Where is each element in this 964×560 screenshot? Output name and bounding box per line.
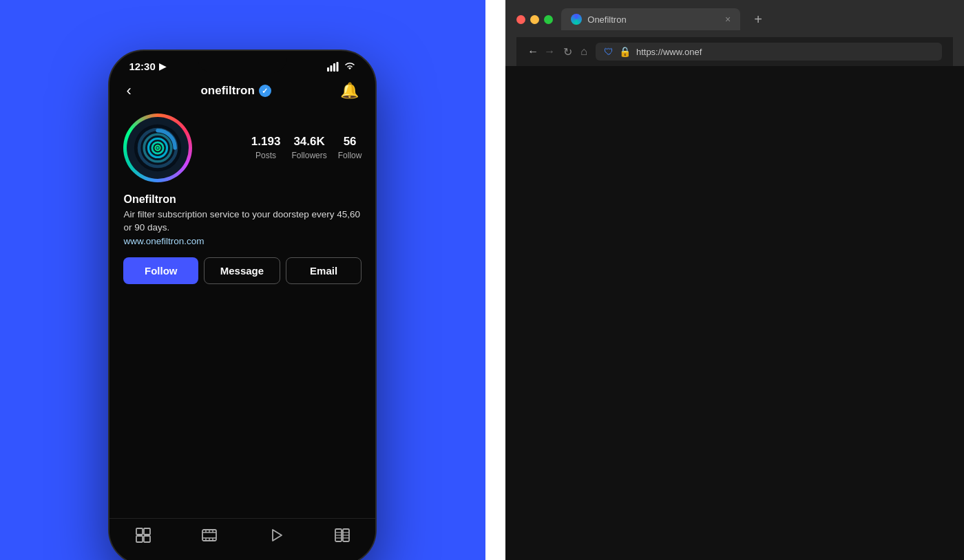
stats-row: 1.193 Posts 34.6K Followers 56 Follow <box>203 135 362 161</box>
followers-stat: 34.6K Followers <box>291 135 326 161</box>
grid-tab-icon[interactable] <box>135 527 151 548</box>
svg-rect-1 <box>331 65 333 72</box>
wifi-icon <box>344 62 356 72</box>
username-label: onefiltron <box>200 84 254 98</box>
browser-refresh-button[interactable]: ↻ <box>563 45 572 58</box>
avatar-inner <box>127 117 189 179</box>
video-tab-icon[interactable] <box>201 527 218 548</box>
bio-name: Onefiltron <box>123 193 362 206</box>
svg-marker-24 <box>273 530 282 541</box>
browser-back-button[interactable]: ← <box>527 45 538 58</box>
status-right <box>327 62 356 72</box>
browser-addressbar: ← → ↻ ⌂ 🛡 🔒 https://www.onef <box>516 37 953 66</box>
browser-nav-arrows: ← → <box>527 45 555 58</box>
follow-button[interactable]: Follow <box>123 257 198 284</box>
back-button[interactable]: ‹ <box>126 82 131 100</box>
browser-content <box>505 66 964 560</box>
browser-forward-button[interactable]: → <box>544 45 555 58</box>
tab-close-button[interactable]: × <box>725 14 731 25</box>
status-left: 12:30 ▶ <box>129 61 165 72</box>
svg-rect-2 <box>333 63 335 72</box>
lock-icon: 🔒 <box>619 46 631 57</box>
shield-icon: 🛡 <box>604 46 614 57</box>
white-gap <box>485 0 505 560</box>
followers-count: 34.6K <box>291 135 326 149</box>
maximize-window-button[interactable] <box>544 15 553 24</box>
email-button[interactable]: Email <box>286 257 362 284</box>
notification-bell-icon[interactable]: 🔔 <box>340 82 359 100</box>
svg-rect-13 <box>136 536 143 542</box>
message-button[interactable]: Message <box>204 257 280 284</box>
svg-rect-11 <box>136 528 143 535</box>
new-tab-button[interactable]: + <box>754 12 762 28</box>
reels-tab-icon[interactable] <box>268 527 284 548</box>
posts-stat: 1.193 Posts <box>251 135 281 161</box>
url-display: https://www.onef <box>636 47 702 57</box>
avatar-container <box>123 114 192 182</box>
verified-badge: ✓ <box>259 85 271 97</box>
igtv-tab-icon[interactable] <box>334 527 350 548</box>
phone-notch <box>198 51 287 73</box>
bio-description: Air filter subscription service to your … <box>123 208 362 235</box>
location-icon: ▶ <box>159 61 166 72</box>
svg-rect-12 <box>144 528 150 535</box>
brand-logo <box>133 123 182 173</box>
browser-home-button[interactable]: ⌂ <box>580 45 587 58</box>
posts-label: Posts <box>255 151 276 160</box>
signal-icon <box>327 62 339 72</box>
action-buttons: Follow Message Email <box>109 257 375 295</box>
browser-chrome: Onefiltron × + ← → ↻ ⌂ 🛡 🔒 https://www.o… <box>505 0 964 66</box>
bio-section: Onefiltron Air filter subscription servi… <box>109 193 375 257</box>
profile-title: onefiltron ✓ <box>200 84 271 98</box>
profile-section: 1.193 Posts 34.6K Followers 56 Follow <box>109 108 375 193</box>
phone-mockup: 12:30 ▶ ‹ <box>108 50 377 560</box>
posts-count: 1.193 <box>251 135 281 149</box>
browser-tab[interactable]: Onefiltron × <box>561 8 740 30</box>
browser-titlebar: Onefiltron × + <box>516 8 953 30</box>
right-panel: Onefiltron × + ← → ↻ ⌂ 🛡 🔒 https://www.o… <box>505 0 964 560</box>
svg-rect-0 <box>327 67 329 72</box>
tab-favicon <box>571 14 582 25</box>
svg-point-10 <box>157 147 160 149</box>
svg-rect-14 <box>144 536 150 542</box>
avatar-ring <box>123 114 192 182</box>
tab-title: Onefiltron <box>587 14 720 25</box>
left-panel: 12:30 ▶ ‹ <box>0 0 485 560</box>
minimize-window-button[interactable] <box>530 15 539 24</box>
time-display: 12:30 <box>129 61 155 72</box>
svg-rect-3 <box>337 62 339 72</box>
following-count: 56 <box>338 135 362 149</box>
traffic-lights <box>516 15 553 24</box>
nav-bar: ‹ onefiltron ✓ 🔔 <box>109 76 375 108</box>
following-label: Follow <box>338 151 362 160</box>
close-window-button[interactable] <box>516 15 525 24</box>
following-stat: 56 Follow <box>338 135 362 161</box>
followers-label: Followers <box>291 151 326 160</box>
address-bar[interactable]: 🛡 🔒 https://www.onef <box>596 43 942 61</box>
bio-website[interactable]: www.onefiltron.com <box>123 236 362 246</box>
bottom-tabs <box>109 518 375 560</box>
